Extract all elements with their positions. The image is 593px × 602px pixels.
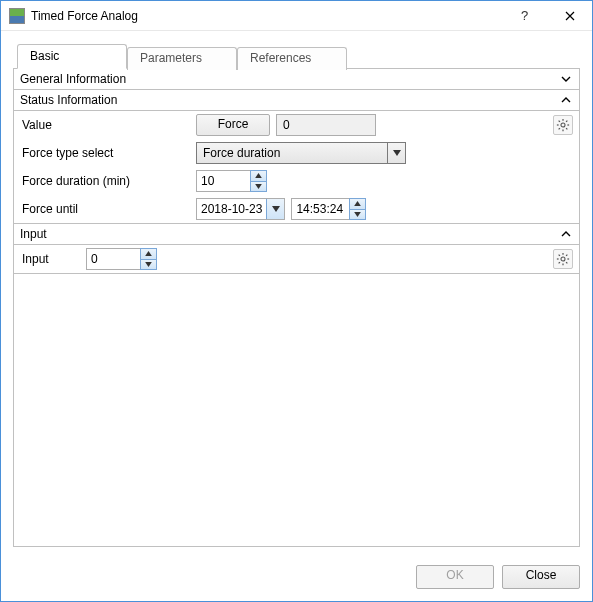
spin-up-button[interactable] — [350, 199, 365, 210]
gear-icon — [556, 252, 570, 266]
section-general-header[interactable]: General Information — [14, 69, 579, 90]
button-label: Force — [218, 117, 249, 131]
spinner-buttons — [140, 248, 157, 270]
close-button[interactable]: Close — [502, 565, 580, 589]
section-status-header[interactable]: Status Information — [14, 90, 579, 111]
row-value: Value Force 0 — [14, 111, 579, 139]
triangle-up-icon — [145, 251, 152, 256]
triangle-up-icon — [354, 201, 361, 206]
help-button[interactable]: ? — [502, 1, 547, 30]
spinner-buttons — [250, 170, 267, 192]
tab-label: References — [250, 51, 311, 65]
force-duration-spinner — [196, 170, 267, 192]
dialog-window: Timed Force Analog ? Basic Parameters Re… — [0, 0, 593, 602]
svg-point-17 — [561, 257, 565, 261]
tab-parameters[interactable]: Parameters — [127, 47, 237, 70]
svg-marker-10 — [255, 173, 262, 178]
svg-marker-15 — [145, 251, 152, 256]
section-input-body: Input — [14, 245, 579, 274]
svg-marker-16 — [145, 262, 152, 267]
button-label: Close — [526, 568, 557, 582]
row-force-type: Force type select Force duration — [14, 139, 579, 167]
section-title: Status Information — [20, 93, 561, 107]
tab-row: Basic Parameters References — [13, 43, 580, 68]
triangle-up-icon — [255, 173, 262, 178]
force-button[interactable]: Force — [196, 114, 270, 136]
close-icon — [565, 11, 575, 21]
input-value-input[interactable] — [86, 248, 140, 270]
close-window-button[interactable] — [547, 1, 592, 30]
triangle-down-icon — [354, 212, 361, 217]
triangle-down-icon — [255, 184, 262, 189]
input-spinner — [86, 248, 157, 270]
svg-line-24 — [559, 262, 560, 263]
app-icon — [9, 8, 25, 24]
chevron-down-icon — [561, 74, 571, 84]
spin-down-button[interactable] — [350, 210, 365, 220]
help-icon: ? — [521, 8, 528, 23]
svg-line-25 — [566, 255, 567, 256]
chevron-up-icon — [561, 95, 571, 105]
svg-line-23 — [566, 262, 567, 263]
svg-marker-12 — [272, 206, 280, 212]
input-settings-button[interactable] — [553, 249, 573, 269]
titlebar: Timed Force Analog ? — [1, 1, 592, 31]
value-label: Value — [20, 118, 190, 132]
spin-up-button[interactable] — [251, 171, 266, 182]
section-title: Input — [20, 227, 561, 241]
row-input: Input — [14, 245, 579, 273]
value-text: 0 — [283, 118, 290, 132]
force-duration-input[interactable] — [196, 170, 250, 192]
force-until-time-input[interactable] — [291, 198, 349, 220]
svg-line-8 — [566, 121, 567, 122]
triangle-down-icon — [145, 262, 152, 267]
tab-basic[interactable]: Basic — [17, 44, 127, 69]
tab-body: General Information Status Information V… — [13, 68, 580, 547]
force-until-date[interactable]: 2018-10-23 — [196, 198, 285, 220]
status-settings-button[interactable] — [553, 115, 573, 135]
window-title: Timed Force Analog — [31, 9, 502, 23]
svg-line-22 — [559, 255, 560, 256]
spin-down-button[interactable] — [251, 182, 266, 192]
svg-line-5 — [559, 121, 560, 122]
chevron-down-icon — [272, 206, 280, 212]
date-dropdown-button[interactable] — [266, 199, 284, 219]
tab-label: Parameters — [140, 51, 202, 65]
empty-space — [14, 274, 579, 546]
svg-marker-11 — [255, 184, 262, 189]
ok-button[interactable]: OK — [416, 565, 494, 589]
svg-line-6 — [566, 128, 567, 129]
spin-up-button[interactable] — [141, 249, 156, 260]
section-status-body: Value Force 0 — [14, 111, 579, 224]
force-until-time-spinner — [291, 198, 366, 220]
section-title: General Information — [20, 72, 561, 86]
combo-dropdown-button[interactable] — [387, 143, 405, 163]
button-label: OK — [446, 568, 463, 582]
value-readonly: 0 — [276, 114, 376, 136]
content-area: Basic Parameters References General Info… — [1, 31, 592, 555]
spinner-buttons — [349, 198, 366, 220]
tab-references[interactable]: References — [237, 47, 347, 70]
force-type-select[interactable]: Force duration — [196, 142, 406, 164]
input-label: Input — [20, 252, 80, 266]
force-duration-label: Force duration (min) — [20, 174, 190, 188]
tab-label: Basic — [30, 49, 59, 63]
chevron-up-icon — [561, 229, 571, 239]
force-type-label: Force type select — [20, 146, 190, 160]
gear-icon — [556, 118, 570, 132]
row-force-duration: Force duration (min) — [14, 167, 579, 195]
footer: OK Close — [1, 555, 592, 601]
svg-marker-9 — [393, 150, 401, 156]
spin-down-button[interactable] — [141, 260, 156, 270]
row-force-until: Force until 2018-10-23 — [14, 195, 579, 223]
force-until-label: Force until — [20, 202, 190, 216]
svg-marker-13 — [355, 201, 362, 206]
svg-line-7 — [559, 128, 560, 129]
chevron-down-icon — [393, 150, 401, 156]
date-text: 2018-10-23 — [197, 202, 266, 216]
svg-point-0 — [561, 123, 565, 127]
svg-marker-14 — [355, 212, 362, 217]
section-input-header[interactable]: Input — [14, 224, 579, 245]
combo-selected: Force duration — [197, 146, 387, 160]
